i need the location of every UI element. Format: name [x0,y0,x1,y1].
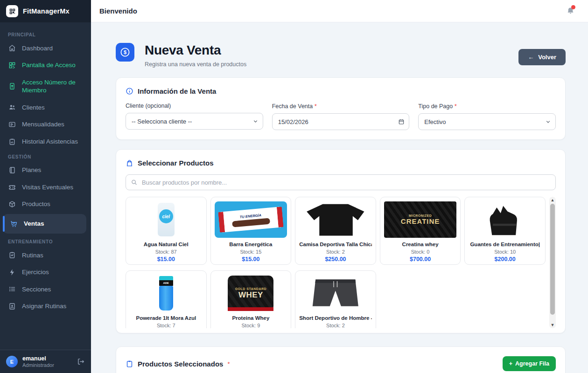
product-picker-header: Seleccionar Productos [126,159,556,167]
sidebar-item-asignar-rutinas[interactable]: Asignar Rutinas [0,298,91,315]
search-input[interactable] [126,174,556,190]
add-row-button[interactable]: + Agregar Fila [503,356,556,371]
sale-info-form: Cliente (opcional) -- Selecciona cliente… [126,103,556,130]
selected-products-header: Productos Seleccionados * + Agregar Fila [126,356,556,371]
search-icon [131,179,138,186]
payment-label: Tipo de Pago * [418,103,556,110]
product-stock: Stock: 0 [384,249,457,255]
product-card-powerade[interactable]: ADE Powerade 1lt Mora Azul Stock: 7 $35.… [126,270,207,328]
sidebar-item-label: Rutinas [22,251,43,260]
date-field: Fecha de Venta * [272,103,410,130]
product-price: $200.00 [469,256,541,262]
product-card-barra-energetica[interactable]: TU ENERGÍA Barra Energética Stock: 15 $1… [210,197,292,265]
product-name: Short Deportivo de Hombre - Talla ... [299,315,372,321]
product-stock: Stock: 7 [130,323,203,328]
back-button[interactable]: ← Volver [518,49,566,65]
app-title: FitManagerMx [23,7,70,15]
arrow-left-icon: ← [528,54,534,61]
product-image [299,275,372,311]
user-footer: E emanuel Administrador [0,350,91,373]
home-icon [8,44,16,52]
sidebar-item-historial-asistencias[interactable]: Historial Asistencias [0,133,91,150]
svg-text:$: $ [124,49,126,55]
page-title-block: Nueva Venta Registra una nueva venta de … [145,43,246,68]
sale-info-header: Información de la Venta [126,87,556,95]
product-card-proteina-whey[interactable]: GOLD STANDARD WHEY Proteina Whey Stock: … [210,270,292,328]
product-stock: Stock: 87 [130,249,203,255]
scrollbar-down-arrow[interactable]: ▼ [549,322,556,328]
product-card-short-deportivo[interactable]: Short Deportivo de Hombre - Talla ... St… [295,270,376,328]
product-name: Proteina Whey [215,315,287,321]
product-name: Barra Energética [215,242,287,247]
client-select[interactable]: -- Selecciona cliente -- [126,113,263,130]
product-price: $250.00 [299,256,372,262]
users-icon [8,104,16,111]
box-icon [8,200,16,208]
products-scrollbar[interactable]: ▲ ▼ [549,197,556,328]
sidebar-item-label: Planes [22,166,41,174]
clipboard-icon [126,360,133,368]
topbar: Bienvenido [91,0,588,22]
product-card-camisa-deportiva[interactable]: Camisa Deportiva Talla Chica Homb... Sto… [295,197,376,265]
client-label: Cliente (opcional) [126,103,263,109]
client-field: Cliente (opcional) -- Selecciona cliente… [126,103,263,130]
sidebar-item-dashboard[interactable]: Dashboard [0,40,91,57]
sidebar-item-label: Historial Asistencias [22,138,78,146]
add-row-label: Agregar Fila [515,360,549,367]
back-button-label: Volver [538,54,556,61]
product-price: $15.00 [215,256,287,262]
sidebar-item-clientes[interactable]: Clientes [0,99,91,116]
product-image: ciel [130,201,203,238]
product-stock: Stock: 2 [299,249,372,255]
product-picker-title: Seleccionar Productos [138,159,214,167]
sidebar-item-label: Asignar Rutinas [22,302,66,311]
scrollbar-up-arrow[interactable]: ▲ [549,197,556,203]
sidebar-item-planes[interactable]: Planes [0,162,91,179]
sidebar-item-visitas-eventuales[interactable]: Visitas Eventuales [0,179,91,196]
required-mark: * [455,103,457,110]
ticket-icon [8,184,16,191]
product-image: TU ENERGÍA [215,201,287,238]
sidebar-item-label: Productos [22,200,50,208]
sidebar-item-rutinas[interactable]: Rutinas [0,247,91,264]
page-header: $ Nueva Venta Registra una nueva venta d… [116,43,566,68]
page-title: Nueva Venta [145,43,246,58]
sidebar-item-pantalla-de-acceso[interactable]: Pantalla de Acceso [0,57,91,74]
date-input[interactable] [272,113,410,130]
scrollbar-thumb[interactable] [550,204,555,315]
sidebar-item-secciones[interactable]: Secciones [0,281,91,298]
notification-bell-icon[interactable] [566,7,575,15]
nav-section-gestion: GESTIÓN [0,150,91,162]
product-stock: Stock: 2 [299,323,372,328]
sidebar-item-mensualidades[interactable]: Mensualidades [0,116,91,133]
sidebar-item-ventas[interactable]: Ventas [3,214,86,234]
clipboard-chart-icon [8,138,16,145]
main-area: Bienvenido $ Nueva Venta Registra una nu… [91,0,588,373]
product-stock: Stock: 9 [215,323,287,328]
sidebar-item-acceso-numero-miembro[interactable]: Acceso Número de Miembro [0,74,91,99]
notification-dot [571,5,575,9]
sidebar-item-label: Ejercicios [22,268,49,276]
product-card-agua-natural-ciel[interactable]: ciel Agua Natural Ciel Stock: 87 $15.00 [126,197,207,265]
product-image: GOLD STANDARD WHEY [215,275,287,311]
sidebar-item-label: Clientes [22,104,45,112]
list-icon [8,285,16,293]
sidebar-item-label: Acceso Número de Miembro [22,78,83,95]
sidebar-item-label: Ventas [24,220,44,228]
product-stock: Stock: 15 [215,249,287,255]
page-subtitle: Registra una nueva venta de productos [145,61,246,68]
product-card-guantes-entrenamiento[interactable]: Guantes de Entrenamiento| Stock: 10 $200… [464,197,546,265]
member-device-icon [8,83,16,90]
product-card-creatina-whey[interactable]: MICRONIZED CREATINE Creatina whey Stock:… [380,197,461,265]
brand: FitManagerMx [0,0,91,22]
sidebar-item-label: Pantalla de Acceso [22,61,76,69]
product-image [469,201,541,238]
plus-icon: + [509,360,512,367]
sidebar-item-ejercicios[interactable]: Ejercicios [0,264,91,281]
products-scroll-area: ciel Agua Natural Ciel Stock: 87 $15.00 … [126,197,556,328]
payment-select[interactable]: Efectivo [418,113,556,130]
logout-icon[interactable] [77,358,85,366]
sidebar-item-productos[interactable]: Productos [0,196,91,213]
product-name: Guantes de Entrenamiento| [469,242,541,247]
nav-section-principal: PRINCIPAL [0,28,91,40]
